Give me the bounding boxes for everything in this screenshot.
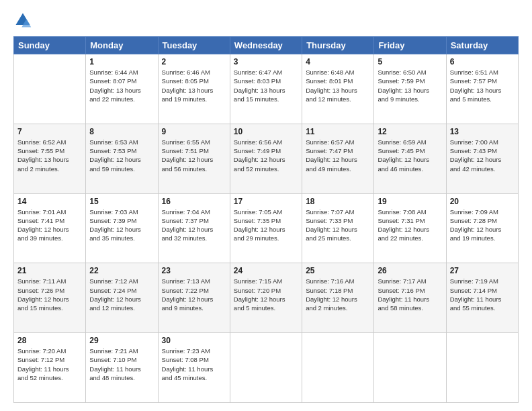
calendar-cell bbox=[374, 333, 446, 403]
day-number: 26 bbox=[378, 266, 442, 275]
calendar-cell: 21Sunrise: 7:11 AM Sunset: 7:26 PM Dayli… bbox=[14, 263, 86, 333]
day-number: 7 bbox=[17, 127, 82, 136]
calendar-cell: 12Sunrise: 6:59 AM Sunset: 7:45 PM Dayli… bbox=[374, 124, 446, 193]
calendar-day-header: Thursday bbox=[302, 37, 374, 54]
day-number: 30 bbox=[162, 336, 226, 345]
day-number: 24 bbox=[234, 266, 298, 275]
calendar-cell: 9Sunrise: 6:55 AM Sunset: 7:51 PM Daylig… bbox=[158, 124, 230, 193]
calendar-cell: 30Sunrise: 7:23 AM Sunset: 7:08 PM Dayli… bbox=[158, 333, 230, 403]
day-number: 2 bbox=[162, 57, 226, 66]
calendar-cell: 11Sunrise: 6:57 AM Sunset: 7:47 PM Dayli… bbox=[302, 124, 374, 193]
calendar-cell: 24Sunrise: 7:15 AM Sunset: 7:20 PM Dayli… bbox=[230, 263, 302, 333]
calendar-cell: 18Sunrise: 7:07 AM Sunset: 7:33 PM Dayli… bbox=[302, 193, 374, 263]
day-number: 8 bbox=[89, 127, 154, 136]
calendar-cell: 1Sunrise: 6:44 AM Sunset: 8:07 PM Daylig… bbox=[86, 54, 158, 124]
calendar-cell: 23Sunrise: 7:13 AM Sunset: 7:22 PM Dayli… bbox=[158, 263, 230, 333]
day-info: Sunrise: 6:51 AM Sunset: 7:57 PM Dayligh… bbox=[450, 68, 515, 103]
day-info: Sunrise: 7:15 AM Sunset: 7:20 PM Dayligh… bbox=[234, 277, 298, 312]
day-number: 25 bbox=[306, 266, 370, 275]
day-info: Sunrise: 6:52 AM Sunset: 7:55 PM Dayligh… bbox=[17, 138, 82, 173]
logo bbox=[13, 11, 35, 30]
calendar-day-header: Wednesday bbox=[230, 37, 302, 54]
day-info: Sunrise: 7:07 AM Sunset: 7:33 PM Dayligh… bbox=[306, 208, 370, 243]
calendar-cell: 17Sunrise: 7:05 AM Sunset: 7:35 PM Dayli… bbox=[230, 193, 302, 263]
day-info: Sunrise: 7:05 AM Sunset: 7:35 PM Dayligh… bbox=[234, 208, 298, 243]
calendar-cell: 16Sunrise: 7:04 AM Sunset: 7:37 PM Dayli… bbox=[158, 193, 230, 263]
day-info: Sunrise: 6:46 AM Sunset: 8:05 PM Dayligh… bbox=[162, 68, 226, 103]
logo-icon bbox=[13, 11, 32, 30]
calendar-week-row: 14Sunrise: 7:01 AM Sunset: 7:41 PM Dayli… bbox=[14, 193, 519, 263]
day-number: 27 bbox=[450, 266, 515, 275]
day-info: Sunrise: 7:08 AM Sunset: 7:31 PM Dayligh… bbox=[378, 208, 442, 243]
calendar-table: SundayMondayTuesdayWednesdayThursdayFrid… bbox=[13, 36, 519, 403]
calendar-cell bbox=[14, 54, 86, 124]
calendar-cell: 27Sunrise: 7:19 AM Sunset: 7:14 PM Dayli… bbox=[446, 263, 518, 333]
calendar-week-row: 28Sunrise: 7:20 AM Sunset: 7:12 PM Dayli… bbox=[14, 333, 519, 403]
page: SundayMondayTuesdayWednesdayThursdayFrid… bbox=[0, 0, 532, 411]
calendar-week-row: 21Sunrise: 7:11 AM Sunset: 7:26 PM Dayli… bbox=[14, 263, 519, 333]
day-info: Sunrise: 6:47 AM Sunset: 8:03 PM Dayligh… bbox=[234, 68, 298, 103]
calendar-week-row: 7Sunrise: 6:52 AM Sunset: 7:55 PM Daylig… bbox=[14, 124, 519, 193]
calendar-cell bbox=[446, 333, 518, 403]
calendar-day-header: Saturday bbox=[446, 37, 518, 54]
calendar-cell: 28Sunrise: 7:20 AM Sunset: 7:12 PM Dayli… bbox=[14, 333, 86, 403]
calendar-cell: 7Sunrise: 6:52 AM Sunset: 7:55 PM Daylig… bbox=[14, 124, 86, 193]
day-number: 4 bbox=[306, 57, 370, 66]
day-number: 14 bbox=[17, 197, 82, 206]
day-info: Sunrise: 7:09 AM Sunset: 7:28 PM Dayligh… bbox=[450, 208, 515, 243]
calendar-header-row: SundayMondayTuesdayWednesdayThursdayFrid… bbox=[14, 37, 519, 54]
day-number: 20 bbox=[450, 197, 515, 206]
calendar-cell: 26Sunrise: 7:17 AM Sunset: 7:16 PM Dayli… bbox=[374, 263, 446, 333]
calendar-cell: 22Sunrise: 7:12 AM Sunset: 7:24 PM Dayli… bbox=[86, 263, 158, 333]
day-info: Sunrise: 7:13 AM Sunset: 7:22 PM Dayligh… bbox=[162, 277, 226, 312]
day-info: Sunrise: 7:01 AM Sunset: 7:41 PM Dayligh… bbox=[17, 208, 82, 243]
calendar-week-row: 1Sunrise: 6:44 AM Sunset: 8:07 PM Daylig… bbox=[14, 54, 519, 124]
calendar-cell: 13Sunrise: 7:00 AM Sunset: 7:43 PM Dayli… bbox=[446, 124, 518, 193]
day-number: 22 bbox=[89, 266, 154, 275]
day-info: Sunrise: 7:04 AM Sunset: 7:37 PM Dayligh… bbox=[162, 208, 226, 243]
day-number: 18 bbox=[306, 197, 370, 206]
day-info: Sunrise: 7:00 AM Sunset: 7:43 PM Dayligh… bbox=[450, 138, 515, 173]
day-info: Sunrise: 7:16 AM Sunset: 7:18 PM Dayligh… bbox=[306, 277, 370, 312]
calendar-cell: 4Sunrise: 6:48 AM Sunset: 8:01 PM Daylig… bbox=[302, 54, 374, 124]
calendar-cell: 8Sunrise: 6:53 AM Sunset: 7:53 PM Daylig… bbox=[86, 124, 158, 193]
day-info: Sunrise: 6:44 AM Sunset: 8:07 PM Dayligh… bbox=[89, 68, 154, 103]
day-info: Sunrise: 7:17 AM Sunset: 7:16 PM Dayligh… bbox=[378, 277, 442, 312]
day-number: 28 bbox=[17, 336, 82, 345]
header bbox=[13, 11, 519, 30]
calendar-cell: 15Sunrise: 7:03 AM Sunset: 7:39 PM Dayli… bbox=[86, 193, 158, 263]
day-number: 6 bbox=[450, 57, 515, 66]
calendar-cell bbox=[302, 333, 374, 403]
calendar-day-header: Sunday bbox=[14, 37, 86, 54]
day-info: Sunrise: 6:56 AM Sunset: 7:49 PM Dayligh… bbox=[234, 138, 298, 173]
day-info: Sunrise: 6:55 AM Sunset: 7:51 PM Dayligh… bbox=[162, 138, 226, 173]
day-number: 17 bbox=[234, 197, 298, 206]
day-number: 19 bbox=[378, 197, 442, 206]
day-info: Sunrise: 7:19 AM Sunset: 7:14 PM Dayligh… bbox=[450, 277, 515, 312]
calendar-cell: 14Sunrise: 7:01 AM Sunset: 7:41 PM Dayli… bbox=[14, 193, 86, 263]
day-number: 5 bbox=[378, 57, 442, 66]
day-number: 21 bbox=[17, 266, 82, 275]
calendar-cell: 10Sunrise: 6:56 AM Sunset: 7:49 PM Dayli… bbox=[230, 124, 302, 193]
day-info: Sunrise: 7:23 AM Sunset: 7:08 PM Dayligh… bbox=[162, 347, 226, 382]
day-number: 11 bbox=[306, 127, 370, 136]
day-number: 3 bbox=[234, 57, 298, 66]
day-number: 16 bbox=[162, 197, 226, 206]
day-number: 9 bbox=[162, 127, 226, 136]
day-number: 23 bbox=[162, 266, 226, 275]
calendar-cell: 6Sunrise: 6:51 AM Sunset: 7:57 PM Daylig… bbox=[446, 54, 518, 124]
calendar-day-header: Tuesday bbox=[158, 37, 230, 54]
day-info: Sunrise: 7:11 AM Sunset: 7:26 PM Dayligh… bbox=[17, 277, 82, 312]
calendar-day-header: Friday bbox=[374, 37, 446, 54]
day-info: Sunrise: 6:53 AM Sunset: 7:53 PM Dayligh… bbox=[89, 138, 154, 173]
calendar-cell bbox=[230, 333, 302, 403]
day-number: 13 bbox=[450, 127, 515, 136]
day-info: Sunrise: 6:48 AM Sunset: 8:01 PM Dayligh… bbox=[306, 68, 370, 103]
day-info: Sunrise: 6:57 AM Sunset: 7:47 PM Dayligh… bbox=[306, 138, 370, 173]
calendar-cell: 3Sunrise: 6:47 AM Sunset: 8:03 PM Daylig… bbox=[230, 54, 302, 124]
day-info: Sunrise: 7:03 AM Sunset: 7:39 PM Dayligh… bbox=[89, 208, 154, 243]
day-info: Sunrise: 7:12 AM Sunset: 7:24 PM Dayligh… bbox=[89, 277, 154, 312]
calendar-cell: 19Sunrise: 7:08 AM Sunset: 7:31 PM Dayli… bbox=[374, 193, 446, 263]
calendar-cell: 20Sunrise: 7:09 AM Sunset: 7:28 PM Dayli… bbox=[446, 193, 518, 263]
day-number: 1 bbox=[89, 57, 154, 66]
